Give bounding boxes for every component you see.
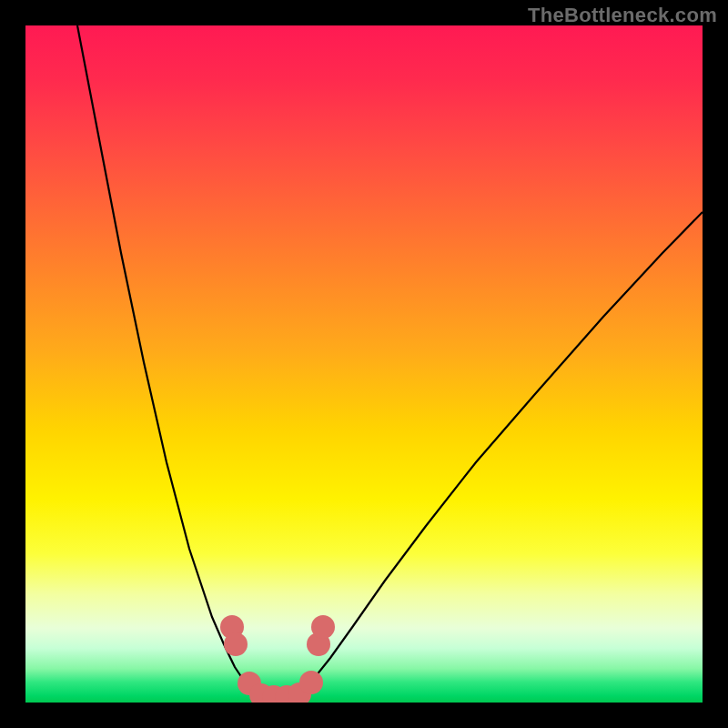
curve-right-arm: [298, 212, 703, 694]
curve-left-arm: [77, 25, 253, 694]
chart-frame: TheBottleneck.com: [0, 0, 728, 728]
watermark-text: TheBottleneck.com: [528, 4, 717, 27]
valley-marker: [224, 632, 248, 656]
valley-markers-group: [220, 615, 335, 703]
valley-marker: [311, 615, 335, 639]
plot-area: [25, 25, 703, 703]
valley-marker: [299, 671, 323, 694]
curve-svg: [25, 25, 703, 703]
